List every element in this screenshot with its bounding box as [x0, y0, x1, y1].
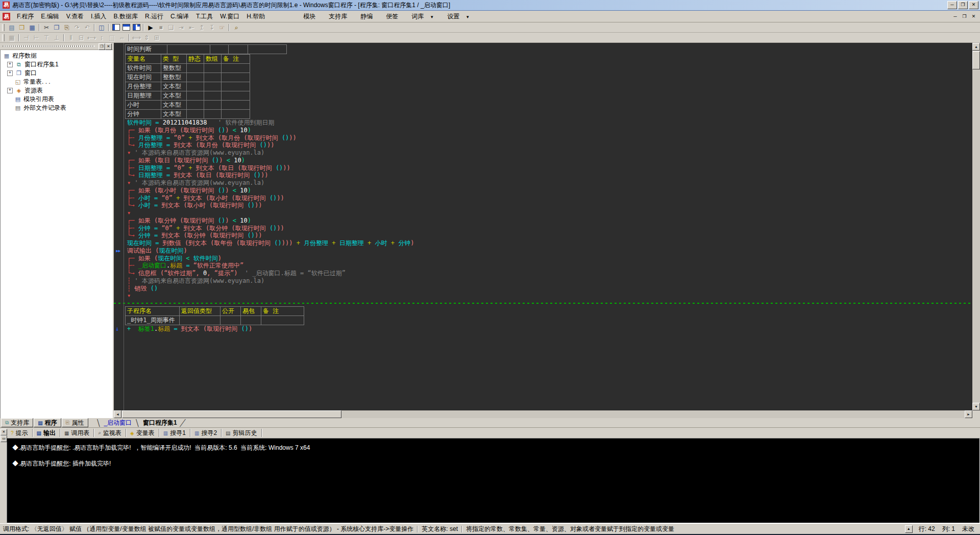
run-button[interactable]: ▶ [145, 23, 156, 32]
menu-item-10[interactable]: H.帮助 [243, 11, 268, 22]
plugin-menu-6[interactable]: 设置▼ [440, 11, 476, 22]
panel-tab-program[interactable]: ▤程序 [34, 418, 61, 427]
code-content[interactable]: 时间判断变量名类 型静态数组备 注软件时间整数型现在时间整数型月份整理文本型日期… [114, 43, 972, 410]
output-tab-call-table[interactable]: ▦调用表 [60, 429, 94, 437]
code-line[interactable]: ├╌ _启动窗口.标题 = “软件正常使用中” [114, 262, 972, 270]
menu-item-6[interactable]: R.运行 [141, 11, 167, 22]
panel-tab-support-lib[interactable]: ⧉支持库 [1, 418, 33, 427]
tree-item-program-data[interactable]: ▦程序数据 [0, 52, 113, 60]
code-line[interactable]: ▾ ' 本源码来自易语言资源网(www.eyuyan.la) [114, 149, 972, 157]
status-up-button[interactable]: ▲ [905, 525, 913, 533]
cut-button[interactable]: ✂ [41, 23, 52, 32]
mdi-minimize-button[interactable]: ─ [951, 13, 959, 20]
vertical-scrollbar[interactable]: ▲ ▼ [972, 43, 980, 410]
restore-button[interactable]: ❐ [958, 1, 968, 9]
code-line[interactable]: ┌─ 如果 (现在时间 < 软件时间) [114, 255, 972, 262]
tree-item-resource-table[interactable]: +◈资源表 [0, 86, 113, 95]
new-file-button[interactable]: ▤ [7, 23, 17, 32]
menu-item-1[interactable]: F.程序 [13, 11, 37, 22]
code-line[interactable]: ├╌ 月份整理 = “0” + 到文本 (取月份 (取现行时间 ())) [114, 134, 972, 142]
menu-item-3[interactable]: V.查看 [63, 11, 87, 22]
table-row[interactable]: 分钟文本型 [126, 110, 250, 119]
plugin-menu-5[interactable]: 词库▼ [405, 11, 440, 22]
code-line[interactable]: └→ 信息框 (“软件过期”, 0, “提示”) ' _启动窗口.标题 = “软… [114, 270, 972, 277]
code-line[interactable]: 软件时间 = 201211041838 ' 软件使用到期日期 [114, 119, 972, 127]
output-tab-variable-table[interactable]: ◈变量表 [126, 429, 159, 437]
code-line[interactable]: ┆ 销毁 () [114, 285, 972, 293]
output-tab-clip-history[interactable]: ▤剪辑历史 [222, 429, 261, 437]
output-tab-search-1[interactable]: ▥搜寻1 [159, 429, 190, 437]
minimize-button[interactable]: ─ [947, 1, 957, 9]
code-line[interactable]: ┌─ 如果 (取日 (取现行时间 ()) < 10) [114, 157, 972, 164]
copy-button[interactable]: ❐ [52, 23, 62, 32]
code-line[interactable]: ┌─ 如果 (取小时 (取现行时间 ()) < 10) [114, 187, 972, 194]
output-dock-button[interactable]: ▭ [1, 435, 7, 442]
view-output-button[interactable] [121, 23, 131, 32]
paste-button[interactable]: ⎘ [62, 23, 72, 32]
code-line[interactable]: └→ 月份整理 = 到文本 (取月份 (取现行时间 ())) [114, 141, 972, 149]
code-line[interactable]: ▸▸调试输出 (现在时间) [114, 247, 972, 255]
toolbar-grip[interactable] [2, 24, 5, 31]
scroll-left-button[interactable]: ◄ [114, 410, 121, 418]
view-workspace-button[interactable] [111, 23, 121, 32]
super-find-button[interactable]: ⌕ [231, 23, 241, 32]
plugin-menu-1[interactable]: 模块 [297, 11, 322, 22]
code-line[interactable]: └→ 日期整理 = 到文本 (取日 (取现行时间 ())) [114, 172, 972, 179]
tab-window-assembly-1[interactable]: 窗口程序集1 [140, 419, 180, 427]
mdi-restore-button[interactable]: ❐ [961, 13, 968, 20]
horizontal-scroll-thumb[interactable] [122, 410, 341, 418]
close-button[interactable]: ✕ [969, 1, 978, 9]
table-row[interactable]: 日期整理文本型 [126, 91, 250, 101]
tree-item-module-reference-table[interactable]: ▤模块引用表 [0, 95, 113, 104]
table-row[interactable]: 现在时间整数型 [126, 73, 250, 82]
panel-restore-button[interactable]: ❐ [99, 43, 105, 50]
scroll-down-button[interactable]: ▼ [972, 403, 980, 410]
menu-item-7[interactable]: C.编译 [167, 11, 192, 22]
toolbar-grip[interactable] [2, 34, 5, 41]
menu-item-5[interactable]: B.数据库 [110, 11, 141, 22]
menu-item-9[interactable]: W.窗口 [216, 11, 243, 22]
plugin-menu-3[interactable]: 静编 [354, 11, 379, 22]
tab-start-window[interactable]: _启动窗口 [101, 419, 135, 427]
code-line[interactable]: ├╌ 分钟 = “0” + 到文本 (取分钟 (取现行时间 ())) [114, 225, 972, 232]
code-line[interactable]: ├╌ 日期整理 = “0” + 到文本 (取日 (取现行时间 ())) [114, 164, 972, 172]
table-row[interactable]: 月份整理文本型 [126, 82, 250, 91]
code-editor[interactable]: 时间判断变量名类 型静态数组备 注软件时间整数型现在时间整数型月份整理文本型日期… [114, 43, 980, 418]
table-row[interactable]: 软件时间整数型 [126, 64, 250, 73]
code-line[interactable]: ┌─ 如果 (取月份 (取现行时间 ()) < 10) [114, 127, 972, 134]
panel-close-button[interactable]: ✕ [105, 43, 112, 50]
scroll-right-button[interactable]: ► [965, 410, 972, 418]
horizontal-scrollbar[interactable]: ◄ ► [114, 410, 972, 418]
code-line[interactable]: └→ 小时 = 到文本 (取小时 (取现行时间 ())) [114, 202, 972, 209]
workspace-panel-header[interactable]: ❐ ✕ [0, 43, 113, 50]
dropdown-arrow-icon[interactable]: ▼ [430, 15, 434, 19]
vertical-scroll-thumb[interactable] [972, 51, 980, 69]
table-row[interactable]: 小时文本型 [126, 101, 250, 110]
code-line[interactable]: ↓+ 标签1.标题 = 到文本 (取现行时间 ()) [114, 325, 972, 333]
expand-icon[interactable]: + [7, 88, 13, 93]
mdi-close-button[interactable]: ✕ [970, 13, 977, 20]
plugin-menu-4[interactable]: 便签 [379, 11, 405, 22]
code-line[interactable]: ▾ ' 本源码来自易语言资源网(www.eyuyan.la) [114, 179, 972, 187]
expand-icon[interactable]: + [7, 62, 13, 67]
expand-icon[interactable]: + [7, 70, 13, 76]
tree-item-external-file-record-table[interactable]: ▤外部文件记录表 [0, 104, 113, 112]
pan-hand-button[interactable]: ☞ [217, 23, 227, 32]
table-row[interactable]: 时间判断 [126, 45, 287, 54]
view-split-button[interactable] [131, 23, 141, 32]
tree-item-window-assembly-1[interactable]: +⧉窗口程序集1 [0, 60, 113, 69]
output-tab-hint[interactable]: ?提示 [7, 429, 33, 437]
dropdown-arrow-icon[interactable]: ▼ [465, 15, 470, 19]
panel-tab-property[interactable]: ⎘属性 [62, 418, 88, 427]
menu-item-8[interactable]: T.工具 [192, 11, 216, 22]
scroll-up-button[interactable]: ▲ [972, 43, 980, 51]
output-tab-search-2[interactable]: ▥搜寻2 [190, 429, 222, 437]
code-line[interactable]: └→ 分钟 = 到文本 (取分钟 (取现行时间 ())) [114, 232, 972, 239]
code-line[interactable]: ├╌ 小时 = “0” + 到文本 (取小时 (取现行时间 ())) [114, 194, 972, 202]
menu-item-4[interactable]: I.插入 [87, 11, 110, 22]
output-close-button[interactable]: ✕ [1, 429, 7, 435]
code-line[interactable]: ┆ ' 本源码来自易语言资源网(www.eyuyan.la) [114, 277, 972, 285]
code-line[interactable]: ┌─ 如果 (取分钟 (取现行时间 ()) < 10) [114, 217, 972, 225]
output-log[interactable]: ◆.易语言助手提醒您: .易语言助手加载完毕! ，智能编译开启成功! 当前易版本… [7, 438, 980, 523]
tree-item-window[interactable]: +❒窗口 [0, 69, 113, 78]
